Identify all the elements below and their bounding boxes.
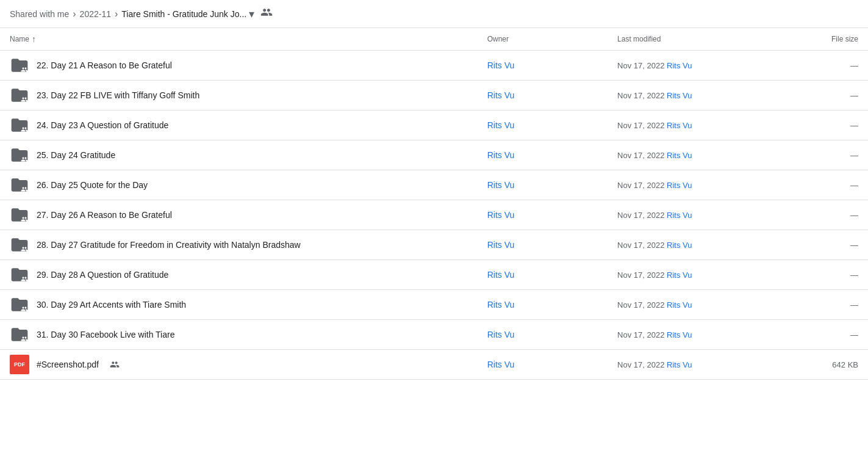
file-name-cell[interactable]: 25. Day 24 Gratitude <box>0 140 478 170</box>
file-table: Name ↑ Owner Last modified File size <box>0 28 868 380</box>
file-name-cell[interactable]: 28. Day 27 Gratitude for Freedom in Crea… <box>0 230 478 260</box>
file-size: — <box>850 330 858 339</box>
file-size-cell: — <box>781 200 868 230</box>
file-name-cell[interactable]: 22. Day 21 A Reason to Be Grateful <box>0 51 478 81</box>
folder-shared-icon <box>10 205 29 225</box>
file-size: — <box>850 181 858 190</box>
breadcrumb: Shared with me › 2022-11 › Tiare Smith -… <box>0 0 868 28</box>
folder-shared-icon <box>10 265 29 284</box>
file-size-cell: — <box>781 260 868 290</box>
modifier-link[interactable]: Rits Vu <box>667 300 692 310</box>
file-owner-cell: Rits Vu <box>478 320 608 350</box>
file-size-cell: — <box>781 290 868 320</box>
modifier-link[interactable]: Rits Vu <box>667 121 692 130</box>
modified-date: Nov 17, 2022 <box>617 121 667 130</box>
file-owner-cell: Rits Vu <box>478 230 608 260</box>
file-size: — <box>850 241 858 250</box>
modifier-link[interactable]: Rits Vu <box>667 151 692 160</box>
file-modified-cell: Nov 17, 2022 Rits Vu <box>608 320 781 350</box>
table-row[interactable]: 28. Day 27 Gratitude for Freedom in Crea… <box>0 230 868 260</box>
modified-date: Nov 17, 2022 <box>617 360 667 369</box>
breadcrumb-2022-11[interactable]: 2022-11 <box>80 9 111 19</box>
file-owner-cell: Rits Vu <box>478 81 608 111</box>
owner-link[interactable]: Rits Vu <box>487 360 515 369</box>
column-header-owner[interactable]: Owner <box>478 28 608 51</box>
owner-link[interactable]: Rits Vu <box>487 330 515 339</box>
owner-link[interactable]: Rits Vu <box>487 180 515 190</box>
file-name: #Screenshot.pdf <box>37 360 99 369</box>
file-size: — <box>850 61 858 70</box>
folder-shared-icon <box>10 235 29 255</box>
file-name-cell[interactable]: 26. Day 25 Quote for the Day <box>0 170 478 200</box>
column-header-last-modified[interactable]: Last modified <box>608 28 781 51</box>
file-owner-cell: Rits Vu <box>478 51 608 81</box>
file-owner-cell: Rits Vu <box>478 350 608 380</box>
modified-date: Nov 17, 2022 <box>617 151 667 160</box>
file-name-cell[interactable]: PDF #Screenshot.pdf <box>0 350 478 380</box>
file-owner-cell: Rits Vu <box>478 290 608 320</box>
file-owner-cell: Rits Vu <box>478 170 608 200</box>
file-name: 25. Day 24 Gratitude <box>37 150 115 160</box>
breadcrumb-separator-1: › <box>73 9 76 20</box>
column-header-name[interactable]: Name ↑ <box>0 28 478 51</box>
file-modified-cell: Nov 17, 2022 Rits Vu <box>608 260 781 290</box>
column-header-file-size[interactable]: File size <box>781 28 868 51</box>
file-size: — <box>850 270 858 280</box>
owner-link[interactable]: Rits Vu <box>487 150 515 160</box>
table-row[interactable]: PDF #Screenshot.pdf Rits Vu Nov 17, 2022… <box>0 350 868 380</box>
folder-shared-icon <box>10 175 29 195</box>
table-row[interactable]: 27. Day 26 A Reason to Be Grateful Rits … <box>0 200 868 230</box>
owner-link[interactable]: Rits Vu <box>487 270 515 280</box>
breadcrumb-separator-2: › <box>115 9 118 20</box>
table-row[interactable]: 29. Day 28 A Question of Gratitude Rits … <box>0 260 868 290</box>
table-row[interactable]: 31. Day 30 Facebook Live with Tiare Rits… <box>0 320 868 350</box>
owner-link[interactable]: Rits Vu <box>487 300 515 310</box>
owner-link[interactable]: Rits Vu <box>487 240 515 250</box>
modifier-link[interactable]: Rits Vu <box>667 61 692 70</box>
modifier-link[interactable]: Rits Vu <box>667 181 692 190</box>
file-name-cell[interactable]: 30. Day 29 Art Accents with Tiare Smith <box>0 290 478 320</box>
file-modified-cell: Nov 17, 2022 Rits Vu <box>608 111 781 140</box>
table-row[interactable]: 26. Day 25 Quote for the Day Rits Vu Nov… <box>0 170 868 200</box>
file-name-cell[interactable]: 29. Day 28 A Question of Gratitude <box>0 260 478 290</box>
owner-link[interactable]: Rits Vu <box>487 120 515 130</box>
file-name-cell[interactable]: 24. Day 23 A Question of Gratitude <box>0 111 478 140</box>
file-name: 23. Day 22 FB LIVE with Tiffany Goff Smi… <box>37 90 199 100</box>
table-row[interactable]: 30. Day 29 Art Accents with Tiare Smith … <box>0 290 868 320</box>
modified-date: Nov 17, 2022 <box>617 91 667 100</box>
chevron-down-icon[interactable]: ▾ <box>249 7 254 21</box>
table-header-row: Name ↑ Owner Last modified File size <box>0 28 868 51</box>
file-name-cell[interactable]: 31. Day 30 Facebook Live with Tiare <box>0 320 478 350</box>
table-row[interactable]: 23. Day 22 FB LIVE with Tiffany Goff Smi… <box>0 81 868 111</box>
file-name: 29. Day 28 A Question of Gratitude <box>37 270 168 280</box>
modifier-link[interactable]: Rits Vu <box>667 91 692 100</box>
file-size-cell: — <box>781 170 868 200</box>
file-size-cell: — <box>781 111 868 140</box>
file-owner-cell: Rits Vu <box>478 260 608 290</box>
file-name: 22. Day 21 A Reason to Be Grateful <box>37 60 172 70</box>
modifier-link[interactable]: Rits Vu <box>667 330 692 339</box>
modifier-link[interactable]: Rits Vu <box>667 360 692 369</box>
owner-link[interactable]: Rits Vu <box>487 210 515 220</box>
owner-link[interactable]: Rits Vu <box>487 90 515 100</box>
file-name: 27. Day 26 A Reason to Be Grateful <box>37 210 172 220</box>
table-row[interactable]: 25. Day 24 Gratitude Rits Vu Nov 17, 202… <box>0 140 868 170</box>
owner-link[interactable]: Rits Vu <box>487 60 515 70</box>
modifier-link[interactable]: Rits Vu <box>667 270 692 280</box>
table-row[interactable]: 24. Day 23 A Question of Gratitude Rits … <box>0 111 868 140</box>
file-size: — <box>850 151 858 160</box>
file-owner-cell: Rits Vu <box>478 111 608 140</box>
file-size-cell: — <box>781 51 868 81</box>
file-modified-cell: Nov 17, 2022 Rits Vu <box>608 290 781 320</box>
modifier-link[interactable]: Rits Vu <box>667 211 692 220</box>
file-name: 28. Day 27 Gratitude for Freedom in Crea… <box>37 240 301 250</box>
breadcrumb-shared-with-me[interactable]: Shared with me <box>10 9 69 19</box>
file-size: — <box>850 121 858 130</box>
sort-ascending-icon: ↑ <box>32 34 36 44</box>
modified-date: Nov 17, 2022 <box>617 330 667 339</box>
file-name-cell[interactable]: 27. Day 26 A Reason to Be Grateful <box>0 200 478 230</box>
table-row[interactable]: 22. Day 21 A Reason to Be Grateful Rits … <box>0 51 868 81</box>
modified-date: Nov 17, 2022 <box>617 241 667 250</box>
modifier-link[interactable]: Rits Vu <box>667 241 692 250</box>
file-name-cell[interactable]: 23. Day 22 FB LIVE with Tiffany Goff Smi… <box>0 81 478 111</box>
